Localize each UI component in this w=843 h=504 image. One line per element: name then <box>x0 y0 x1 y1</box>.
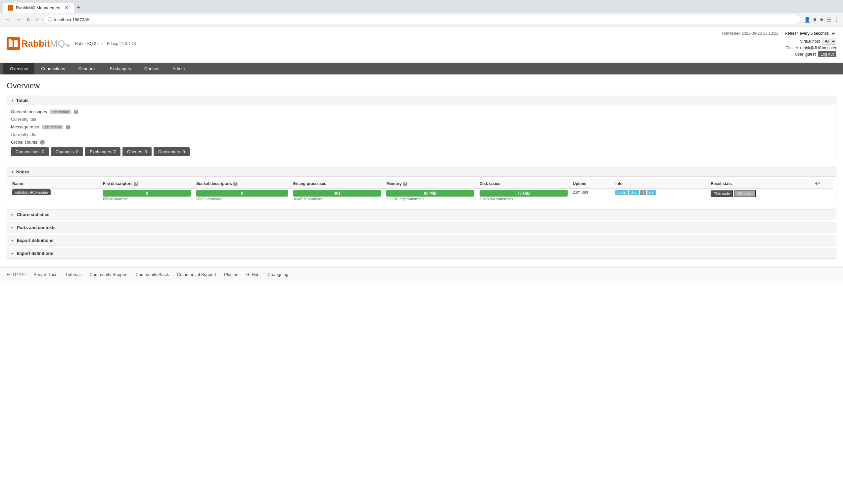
churn-statistics-arrow: ► <box>11 213 14 216</box>
file-descriptors-available: 65536 available <box>103 197 191 201</box>
nav-tabs: Overview Connections Channels Exchanges … <box>0 63 843 74</box>
export-definitions-section: ► Export definitions <box>6 235 837 246</box>
totals-section: ▼ Totals Queued messages last minute ? C… <box>6 96 837 163</box>
global-counts-row: Global counts ? Connections: 0 Channels:… <box>11 140 832 156</box>
tab-bar: RabbitMQ Management ✕ + <box>0 0 843 13</box>
message-rates-help[interactable]: ? <box>66 125 71 129</box>
nodes-table-body: rabbit@JHComputer 0 65536 available 0 <box>10 188 833 202</box>
export-definitions-header[interactable]: ► Export definitions <box>7 235 836 246</box>
footer-link-tutorials[interactable]: Tutorials <box>65 272 82 277</box>
reset-badges: This node All nodes <box>711 190 810 197</box>
address-bar[interactable]: ⓘ localhost:15672/#/ <box>43 15 802 24</box>
footer-link-github[interactable]: GitHub <box>246 272 259 277</box>
footer-link-http-api[interactable]: HTTP API <box>6 272 26 277</box>
user-row: User guest Log out <box>795 51 837 57</box>
socket-descriptors-bar: 0 <box>196 190 288 197</box>
info-badges: basic disc 1 rss <box>615 190 705 195</box>
consumers-count-button[interactable]: Consumers: 0 <box>154 147 190 156</box>
cluster-value: rabbit@JHComputer <box>800 46 837 50</box>
app-footer: HTTP API Server Docs Tutorials Community… <box>0 267 843 281</box>
currently-idle-2: Currently idle <box>11 132 832 137</box>
nav-tab-connections[interactable]: Connections <box>34 63 71 74</box>
global-counts-label: Global counts <box>11 140 37 145</box>
footer-link-community-slack[interactable]: Community Slack <box>136 272 169 277</box>
virtual-host-select[interactable]: All <box>822 38 837 45</box>
col-erlang-processes: Erlang processes <box>291 179 384 188</box>
message-rates-row: Message rates last minute ? <box>11 124 832 129</box>
log-out-button[interactable]: Log out <box>818 51 837 57</box>
refresh-interval-select[interactable]: Refresh every 5 seconds <box>781 30 837 37</box>
erlang-processes-available: 1048576 available <box>293 197 381 201</box>
nav-tab-channels[interactable]: Channels <box>71 63 103 74</box>
page-title: Overview <box>6 81 837 90</box>
bookmark-icon: ★ <box>819 17 824 23</box>
socket-descriptors-cell: 0 58893 available <box>194 188 291 202</box>
menu-icon: ⋮ <box>834 17 839 23</box>
table-row: rabbit@JHComputer 0 65536 available 0 <box>10 188 833 202</box>
back-button[interactable]: ← <box>4 15 12 24</box>
disk-space-bar: 75 GiB <box>480 190 568 197</box>
lock-icon: ⓘ <box>48 17 52 22</box>
footer-link-commercial-support[interactable]: Commercial Support <box>177 272 216 277</box>
tab-close-button[interactable]: ✕ <box>64 5 69 11</box>
totals-section-header[interactable]: ▼ Totals <box>7 96 836 105</box>
footer-links: HTTP API Server Docs Tutorials Community… <box>6 272 837 277</box>
nav-tab-exchanges[interactable]: Exchanges <box>103 63 137 74</box>
queued-messages-help[interactable]: ? <box>74 110 78 114</box>
exchanges-count-button[interactable]: Exchanges: 7 <box>85 147 121 156</box>
app-header: RabbitMQTM RabbitMQ 3.9.4 Erlang 24.3.4.… <box>0 26 843 63</box>
erlang-processes-value: 401 <box>334 191 341 196</box>
tab-title: RabbitMQ Management <box>16 5 61 10</box>
user-value: guest <box>805 52 816 57</box>
footer-link-server-docs[interactable]: Server Docs <box>34 272 58 277</box>
reset-all-nodes-button[interactable]: All nodes <box>734 190 756 197</box>
file-descriptors-cell: 0 65536 available <box>100 188 194 202</box>
info-cell: basic disc 1 rss <box>613 188 708 202</box>
erlang-processes-cell: 401 1048576 available <box>291 188 384 202</box>
virtual-host-row: Virtual host All <box>800 38 837 45</box>
footer-link-plugins[interactable]: Plugins <box>224 272 238 277</box>
virtual-host-label: Virtual host <box>800 39 820 44</box>
forward-button[interactable]: → <box>15 15 22 24</box>
footer-link-community-support[interactable]: Community Support <box>89 272 127 277</box>
address-text: localhost:15672/#/ <box>54 17 89 22</box>
socket-descriptors-value: 0 <box>241 191 243 196</box>
memory-bar: 83 MiB <box>386 190 474 197</box>
ports-and-contexts-section: ► Ports and contexts <box>6 222 837 233</box>
node-name-badge: rabbit@JHComputer <box>12 189 51 195</box>
socket-descriptors-available: 58893 available <box>196 197 288 201</box>
import-definitions-title: Import definitions <box>17 251 53 256</box>
nav-tab-queues[interactable]: Queues <box>138 63 166 74</box>
disk-space-value: 75 GiB <box>517 191 530 196</box>
reset-this-node-button[interactable]: This node <box>711 190 733 197</box>
memory-help[interactable]: ? <box>403 182 408 186</box>
footer-link-changelog[interactable]: Changelog <box>267 272 288 277</box>
import-definitions-arrow: ► <box>11 252 14 255</box>
socket-descriptors-help[interactable]: ? <box>233 182 238 186</box>
file-descriptors-help[interactable]: ? <box>134 182 138 186</box>
col-plus-minus[interactable]: +/- <box>812 179 833 188</box>
ports-and-contexts-header[interactable]: ► Ports and contexts <box>7 222 836 233</box>
home-button[interactable]: ⌂ <box>35 15 41 24</box>
cluster-row: Cluster rabbit@JHComputer <box>785 46 837 50</box>
nav-tab-admin[interactable]: Admin <box>166 63 191 74</box>
node-name-cell: rabbit@JHComputer <box>10 188 100 202</box>
col-uptime: Uptime <box>570 179 613 188</box>
user-label: User <box>795 52 803 57</box>
new-tab-button[interactable]: + <box>74 3 83 13</box>
col-memory: Memory ? <box>383 179 477 188</box>
import-definitions-header[interactable]: ► Import definitions <box>7 248 836 258</box>
nav-tab-overview[interactable]: Overview <box>3 63 34 74</box>
global-counts-help[interactable]: ? <box>40 140 45 145</box>
nodes-section-header[interactable]: ▼ Nodes <box>7 167 836 177</box>
connections-count-button[interactable]: Connections: 0 <box>11 147 49 156</box>
erlang-processes-bar: 401 <box>293 190 381 197</box>
logo-text: RabbitMQTM <box>21 38 70 49</box>
disk-space-available: 8 MiB low watermark <box>480 197 568 201</box>
churn-statistics-header[interactable]: ► Churn statistics <box>7 210 836 220</box>
favicon-icon <box>8 5 13 11</box>
reload-button[interactable]: ↻ <box>25 15 32 24</box>
channels-count-button[interactable]: Channels: 0 <box>51 147 83 156</box>
queues-count-button[interactable]: Queues: 0 <box>123 147 151 156</box>
extensions-icon: ■ <box>813 17 817 22</box>
